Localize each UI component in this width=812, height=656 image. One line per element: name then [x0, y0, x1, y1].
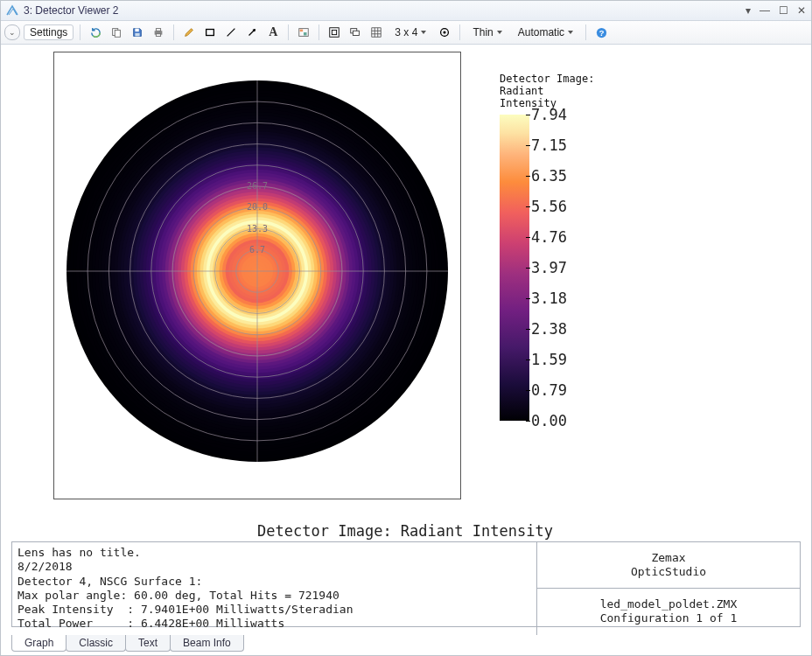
colorbar-tick: 2.38 [531, 320, 567, 338]
window-controls: ▾ — ☐ ✕ [746, 4, 806, 17]
info-panel: Lens has no title. 8/2/2018 Detector 4, … [11, 541, 801, 627]
svg-rect-16 [354, 31, 360, 35]
svg-line-9 [249, 30, 256, 36]
svg-text:?: ? [598, 29, 604, 38]
polar-plot: 6.713.320.026.7 [63, 77, 452, 465]
svg-line-8 [228, 29, 235, 37]
chevron-down-icon [497, 31, 502, 34]
colorbar-tick: 7.15 [531, 136, 567, 154]
view-tabs: GraphClassicTextBeam Info [11, 635, 243, 652]
plot-subtitle: Detector Image: Radiant Intensity [11, 522, 799, 540]
save-icon[interactable] [129, 24, 146, 41]
colorbar-title: Detector Image: Radiant Intensity [500, 73, 648, 109]
colorbar-gradient [500, 115, 529, 421]
refresh-icon[interactable] [87, 24, 104, 41]
info-software: Zemax OpticStudio [537, 542, 800, 589]
svg-rect-12 [304, 32, 307, 36]
svg-rect-7 [206, 30, 214, 36]
colorbar-tick: 5.56 [531, 198, 567, 215]
info-file: led_model_poldet.ZMX Configuration 1 of … [537, 589, 800, 635]
svg-rect-6 [157, 34, 161, 37]
theme-icon[interactable] [295, 24, 312, 41]
grid-size-dropdown[interactable]: 3 x 4 [388, 24, 432, 40]
settings-label: Settings [30, 26, 67, 38]
settings-chevron-icon[interactable]: ⌄ [4, 24, 20, 40]
info-right: Zemax OpticStudio led_model_poldet.ZMX C… [537, 542, 800, 635]
svg-text:6.7: 6.7 [249, 245, 265, 255]
reset-view-icon[interactable] [436, 24, 453, 41]
colorbar-tick: 0.79 [531, 381, 567, 399]
colorbar-tick: 3.18 [531, 290, 567, 307]
tab-graph[interactable]: Graph [11, 635, 66, 652]
toolbar: ⌄ Settings A 3 x 4 Thin Automatic [1, 21, 811, 45]
colorbar-tick: 4.76 [531, 228, 567, 246]
titlebar: 3: Detector Viewer 2 ▾ — ☐ ✕ [1, 1, 811, 21]
svg-text:26.7: 26.7 [247, 181, 268, 191]
tab-beam-info[interactable]: Beam Info [170, 635, 244, 652]
scale-dropdown[interactable]: Automatic [512, 24, 579, 40]
svg-rect-5 [157, 29, 161, 31]
window-maximize-icon[interactable]: ☐ [779, 4, 788, 17]
colorbar-tick: 7.94 [531, 106, 567, 123]
svg-rect-11 [300, 30, 304, 32]
info-left: Lens has no title. 8/2/2018 Detector 4, … [12, 542, 537, 635]
app-icon [6, 4, 18, 17]
print-icon[interactable] [150, 24, 167, 41]
arrow-icon[interactable] [243, 24, 261, 41]
scale-label: Automatic [518, 26, 564, 38]
tab-classic[interactable]: Classic [66, 635, 126, 652]
tab-text[interactable]: Text [125, 635, 171, 652]
plot-area: 6.713.320.026.7 Detector Image: Radiant … [11, 46, 799, 519]
svg-text:20.0: 20.0 [247, 202, 268, 212]
colorbar-ticks: 7.947.156.355.564.763.973.182.381.590.79… [529, 115, 608, 421]
colorbar-tick: 1.59 [531, 351, 567, 368]
grid-size-label: 3 x 4 [395, 26, 417, 38]
svg-rect-1 [116, 30, 121, 37]
svg-text:13.3: 13.3 [247, 224, 268, 234]
chevron-down-icon [421, 31, 426, 34]
chevron-down-icon [568, 31, 573, 34]
grid-icon[interactable] [368, 24, 385, 41]
app-window: 3: Detector Viewer 2 ▾ — ☐ ✕ ⌄ Settings … [0, 0, 812, 656]
text-annot-icon[interactable]: A [264, 24, 282, 41]
lineweight-dropdown[interactable]: Thin [466, 24, 508, 40]
settings-button[interactable]: Settings [24, 24, 74, 40]
window-title: 3: Detector Viewer 2 [24, 4, 119, 17]
lineweight-label: Thin [472, 26, 493, 38]
window-pin-icon[interactable]: ▾ [746, 4, 751, 17]
svg-rect-14 [332, 30, 337, 34]
colorbar: Detector Image: Radiant Intensity 7.947.… [500, 73, 648, 421]
window-close-icon[interactable]: ✕ [797, 4, 806, 17]
line-icon[interactable] [222, 24, 240, 41]
layout-icon[interactable] [326, 24, 343, 41]
colorbar-tick: 3.97 [531, 259, 567, 276]
plot-frame[interactable]: 6.713.320.026.7 [53, 52, 461, 499]
rectangle-icon[interactable] [201, 24, 219, 41]
colorbar-tick: 0.00 [531, 412, 567, 429]
help-icon[interactable]: ? [592, 24, 610, 41]
pencil-icon[interactable] [180, 24, 198, 41]
svg-rect-2 [136, 29, 139, 32]
window-minimize-icon[interactable]: — [760, 4, 770, 17]
layers-icon[interactable] [346, 24, 364, 41]
svg-rect-13 [330, 28, 340, 38]
copy-icon[interactable] [108, 24, 125, 41]
svg-rect-3 [136, 33, 140, 37]
colorbar-tick: 6.35 [531, 167, 567, 185]
svg-point-18 [444, 31, 446, 33]
